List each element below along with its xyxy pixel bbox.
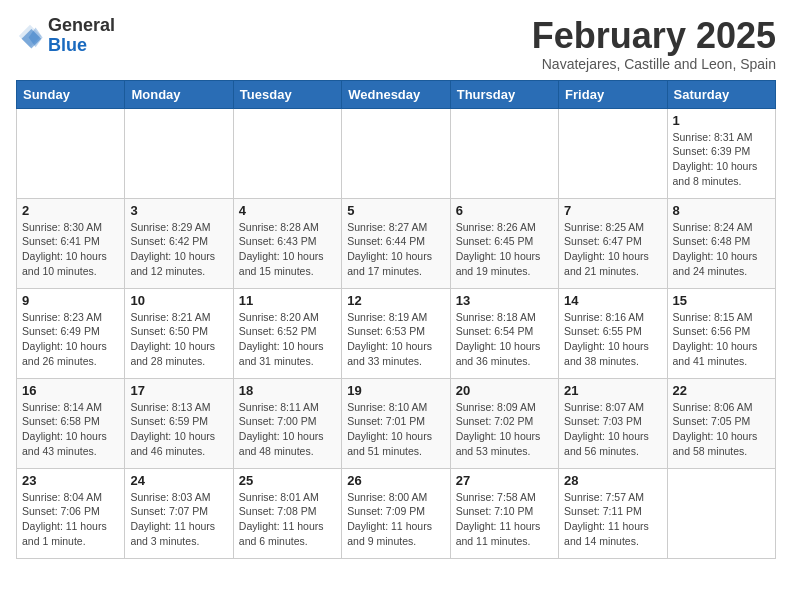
calendar-cell: 25Sunrise: 8:01 AM Sunset: 7:08 PM Dayli… (233, 468, 341, 558)
calendar-cell: 18Sunrise: 8:11 AM Sunset: 7:00 PM Dayli… (233, 378, 341, 468)
day-info: Sunrise: 8:14 AM Sunset: 6:58 PM Dayligh… (22, 400, 119, 459)
day-info: Sunrise: 8:03 AM Sunset: 7:07 PM Dayligh… (130, 490, 227, 549)
calendar-week-row: 16Sunrise: 8:14 AM Sunset: 6:58 PM Dayli… (17, 378, 776, 468)
day-info: Sunrise: 8:16 AM Sunset: 6:55 PM Dayligh… (564, 310, 661, 369)
day-number: 23 (22, 473, 119, 488)
day-info: Sunrise: 8:07 AM Sunset: 7:03 PM Dayligh… (564, 400, 661, 459)
weekday-header: Thursday (450, 80, 558, 108)
day-number: 26 (347, 473, 444, 488)
calendar-cell (450, 108, 558, 198)
calendar-cell: 17Sunrise: 8:13 AM Sunset: 6:59 PM Dayli… (125, 378, 233, 468)
calendar-cell (125, 108, 233, 198)
calendar-cell: 28Sunrise: 7:57 AM Sunset: 7:11 PM Dayli… (559, 468, 667, 558)
calendar-week-row: 2Sunrise: 8:30 AM Sunset: 6:41 PM Daylig… (17, 198, 776, 288)
calendar-cell: 8Sunrise: 8:24 AM Sunset: 6:48 PM Daylig… (667, 198, 775, 288)
title-block: February 2025 Navatejares, Castille and … (532, 16, 776, 72)
logo-blue: Blue (48, 35, 87, 55)
day-info: Sunrise: 8:10 AM Sunset: 7:01 PM Dayligh… (347, 400, 444, 459)
day-number: 14 (564, 293, 661, 308)
calendar-cell: 23Sunrise: 8:04 AM Sunset: 7:06 PM Dayli… (17, 468, 125, 558)
day-number: 20 (456, 383, 553, 398)
day-info: Sunrise: 8:19 AM Sunset: 6:53 PM Dayligh… (347, 310, 444, 369)
calendar-subtitle: Navatejares, Castille and Leon, Spain (532, 56, 776, 72)
calendar-title: February 2025 (532, 16, 776, 56)
day-number: 18 (239, 383, 336, 398)
calendar-cell: 4Sunrise: 8:28 AM Sunset: 6:43 PM Daylig… (233, 198, 341, 288)
weekday-header: Monday (125, 80, 233, 108)
day-info: Sunrise: 8:24 AM Sunset: 6:48 PM Dayligh… (673, 220, 770, 279)
weekday-header: Tuesday (233, 80, 341, 108)
calendar-cell: 16Sunrise: 8:14 AM Sunset: 6:58 PM Dayli… (17, 378, 125, 468)
logo-text: General Blue (48, 16, 115, 56)
calendar-cell (233, 108, 341, 198)
calendar-cell: 10Sunrise: 8:21 AM Sunset: 6:50 PM Dayli… (125, 288, 233, 378)
calendar-cell: 19Sunrise: 8:10 AM Sunset: 7:01 PM Dayli… (342, 378, 450, 468)
calendar-cell (17, 108, 125, 198)
day-number: 3 (130, 203, 227, 218)
day-number: 28 (564, 473, 661, 488)
day-number: 9 (22, 293, 119, 308)
calendar-cell: 26Sunrise: 8:00 AM Sunset: 7:09 PM Dayli… (342, 468, 450, 558)
calendar-week-row: 9Sunrise: 8:23 AM Sunset: 6:49 PM Daylig… (17, 288, 776, 378)
day-info: Sunrise: 8:27 AM Sunset: 6:44 PM Dayligh… (347, 220, 444, 279)
calendar-cell (342, 108, 450, 198)
day-info: Sunrise: 7:57 AM Sunset: 7:11 PM Dayligh… (564, 490, 661, 549)
calendar-cell: 1Sunrise: 8:31 AM Sunset: 6:39 PM Daylig… (667, 108, 775, 198)
calendar-cell: 7Sunrise: 8:25 AM Sunset: 6:47 PM Daylig… (559, 198, 667, 288)
calendar-cell: 12Sunrise: 8:19 AM Sunset: 6:53 PM Dayli… (342, 288, 450, 378)
day-number: 16 (22, 383, 119, 398)
day-number: 6 (456, 203, 553, 218)
day-info: Sunrise: 8:20 AM Sunset: 6:52 PM Dayligh… (239, 310, 336, 369)
day-info: Sunrise: 7:58 AM Sunset: 7:10 PM Dayligh… (456, 490, 553, 549)
day-number: 2 (22, 203, 119, 218)
calendar-cell (667, 468, 775, 558)
day-info: Sunrise: 8:18 AM Sunset: 6:54 PM Dayligh… (456, 310, 553, 369)
weekday-header: Friday (559, 80, 667, 108)
day-number: 12 (347, 293, 444, 308)
day-number: 4 (239, 203, 336, 218)
calendar-cell: 2Sunrise: 8:30 AM Sunset: 6:41 PM Daylig… (17, 198, 125, 288)
day-number: 17 (130, 383, 227, 398)
calendar-cell: 5Sunrise: 8:27 AM Sunset: 6:44 PM Daylig… (342, 198, 450, 288)
weekday-header: Saturday (667, 80, 775, 108)
calendar-cell: 24Sunrise: 8:03 AM Sunset: 7:07 PM Dayli… (125, 468, 233, 558)
calendar-cell: 14Sunrise: 8:16 AM Sunset: 6:55 PM Dayli… (559, 288, 667, 378)
calendar-cell: 22Sunrise: 8:06 AM Sunset: 7:05 PM Dayli… (667, 378, 775, 468)
day-info: Sunrise: 8:25 AM Sunset: 6:47 PM Dayligh… (564, 220, 661, 279)
calendar-cell: 9Sunrise: 8:23 AM Sunset: 6:49 PM Daylig… (17, 288, 125, 378)
logo-general: General (48, 15, 115, 35)
calendar-cell (559, 108, 667, 198)
calendar-cell: 6Sunrise: 8:26 AM Sunset: 6:45 PM Daylig… (450, 198, 558, 288)
calendar-cell: 21Sunrise: 8:07 AM Sunset: 7:03 PM Dayli… (559, 378, 667, 468)
day-info: Sunrise: 8:29 AM Sunset: 6:42 PM Dayligh… (130, 220, 227, 279)
day-info: Sunrise: 8:26 AM Sunset: 6:45 PM Dayligh… (456, 220, 553, 279)
day-info: Sunrise: 8:31 AM Sunset: 6:39 PM Dayligh… (673, 130, 770, 189)
day-info: Sunrise: 8:06 AM Sunset: 7:05 PM Dayligh… (673, 400, 770, 459)
calendar-cell: 13Sunrise: 8:18 AM Sunset: 6:54 PM Dayli… (450, 288, 558, 378)
day-info: Sunrise: 8:30 AM Sunset: 6:41 PM Dayligh… (22, 220, 119, 279)
day-info: Sunrise: 8:23 AM Sunset: 6:49 PM Dayligh… (22, 310, 119, 369)
day-info: Sunrise: 8:11 AM Sunset: 7:00 PM Dayligh… (239, 400, 336, 459)
day-number: 21 (564, 383, 661, 398)
calendar-cell: 15Sunrise: 8:15 AM Sunset: 6:56 PM Dayli… (667, 288, 775, 378)
day-info: Sunrise: 8:21 AM Sunset: 6:50 PM Dayligh… (130, 310, 227, 369)
day-number: 24 (130, 473, 227, 488)
day-number: 19 (347, 383, 444, 398)
day-info: Sunrise: 8:28 AM Sunset: 6:43 PM Dayligh… (239, 220, 336, 279)
calendar-week-row: 23Sunrise: 8:04 AM Sunset: 7:06 PM Dayli… (17, 468, 776, 558)
day-info: Sunrise: 8:09 AM Sunset: 7:02 PM Dayligh… (456, 400, 553, 459)
day-number: 8 (673, 203, 770, 218)
weekday-header: Sunday (17, 80, 125, 108)
day-number: 27 (456, 473, 553, 488)
day-info: Sunrise: 8:15 AM Sunset: 6:56 PM Dayligh… (673, 310, 770, 369)
day-number: 5 (347, 203, 444, 218)
day-info: Sunrise: 8:13 AM Sunset: 6:59 PM Dayligh… (130, 400, 227, 459)
day-number: 22 (673, 383, 770, 398)
day-info: Sunrise: 8:04 AM Sunset: 7:06 PM Dayligh… (22, 490, 119, 549)
calendar-cell: 3Sunrise: 8:29 AM Sunset: 6:42 PM Daylig… (125, 198, 233, 288)
calendar-cell: 11Sunrise: 8:20 AM Sunset: 6:52 PM Dayli… (233, 288, 341, 378)
weekday-header: Wednesday (342, 80, 450, 108)
day-number: 13 (456, 293, 553, 308)
weekday-header-row: SundayMondayTuesdayWednesdayThursdayFrid… (17, 80, 776, 108)
day-info: Sunrise: 8:01 AM Sunset: 7:08 PM Dayligh… (239, 490, 336, 549)
